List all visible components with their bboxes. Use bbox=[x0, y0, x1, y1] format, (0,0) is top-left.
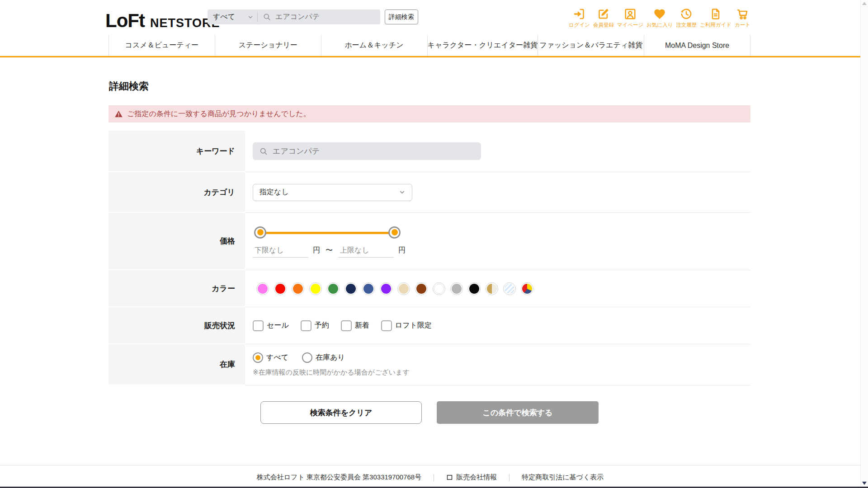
checkbox-sale[interactable]: セール bbox=[253, 320, 289, 331]
header-link-register[interactable]: 会員登録 bbox=[593, 8, 614, 28]
checkbox-box[interactable] bbox=[341, 320, 352, 331]
footer-divider bbox=[509, 474, 509, 481]
login-icon bbox=[573, 8, 586, 20]
color-swatch-brown[interactable] bbox=[415, 282, 428, 295]
header-link-mypage[interactable]: マイページ bbox=[617, 8, 644, 28]
checkbox-reservation[interactable]: 予約 bbox=[301, 320, 329, 331]
color-swatch-gray[interactable] bbox=[450, 282, 463, 295]
header-link-favorites[interactable]: お気に入り bbox=[646, 8, 673, 28]
price-range-slider bbox=[260, 226, 395, 239]
loft-netstore-advanced-search-page: LoFt NETSTORE すべて 詳細検索 ログイン 会員登録 マイページ お… bbox=[0, 0, 868, 488]
price-slider-min-handle[interactable] bbox=[254, 226, 266, 239]
radio-all[interactable]: すべて bbox=[253, 352, 288, 363]
header-accent-line bbox=[0, 56, 860, 57]
checkbox-label: 新着 bbox=[355, 321, 369, 330]
sales-status-label: 販売状況 bbox=[108, 307, 245, 344]
search-category-value: すべて bbox=[213, 12, 235, 22]
advanced-search-form: キーワード カテゴリ 指定なし 価格 bbox=[108, 131, 750, 385]
checkbox-new-arrival[interactable]: 新着 bbox=[341, 320, 369, 331]
checkbox-box[interactable] bbox=[301, 320, 311, 331]
mypage-icon bbox=[624, 8, 637, 20]
checkbox-label: 予約 bbox=[315, 321, 329, 330]
clear-conditions-button[interactable]: 検索条件をクリア bbox=[260, 401, 422, 424]
nav-item-home-kitchen[interactable]: ホーム＆キッチン bbox=[321, 35, 427, 56]
header-link-cart[interactable]: カート bbox=[735, 8, 750, 28]
checkbox-loft-exclusive[interactable]: ロフト限定 bbox=[381, 320, 432, 331]
footer-link-seller-info[interactable]: 販売会社情報 bbox=[446, 473, 497, 482]
price-slider-max-handle[interactable] bbox=[388, 226, 401, 239]
nav-item-character-goods[interactable]: キャラクター・クリエイター雑貨 bbox=[427, 35, 538, 56]
header-link-login[interactable]: ログイン bbox=[569, 8, 590, 28]
advanced-search-button[interactable]: 詳細検索 bbox=[385, 9, 418, 24]
color-swatch-beige[interactable] bbox=[397, 282, 410, 295]
header-link-guide[interactable]: ご利用ガイド bbox=[700, 8, 731, 28]
header-search-bar: すべて bbox=[208, 9, 380, 24]
header-link-order-history[interactable]: 注文履歴 bbox=[676, 8, 697, 28]
color-swatch-gold-silver[interactable] bbox=[486, 282, 498, 295]
header-link-label: 注文履歴 bbox=[676, 22, 697, 28]
category-row: カテゴリ 指定なし bbox=[108, 172, 750, 213]
price-row: 価格 円 〜 円 bbox=[108, 213, 750, 270]
checkbox-box[interactable] bbox=[381, 320, 392, 331]
color-swatch-yellow[interactable] bbox=[309, 282, 322, 295]
search-with-conditions-button[interactable]: この条件で検索する bbox=[437, 401, 599, 424]
scrollbar-down-arrow-icon[interactable] bbox=[862, 482, 867, 485]
category-select[interactable]: 指定なし bbox=[253, 184, 412, 201]
color-swatch-green[interactable] bbox=[327, 282, 340, 295]
color-swatch-multicolor[interactable] bbox=[521, 282, 533, 295]
price-min-input[interactable] bbox=[253, 245, 308, 258]
footer-link-label: 販売会社情報 bbox=[456, 473, 497, 482]
keyword-label: キーワード bbox=[108, 131, 245, 172]
no-results-error-banner: ご指定の条件に一致する商品が見つかりませんでした。 bbox=[108, 105, 750, 122]
footer-company-text: 株式会社ロフト 東京都公安委員会 第303319700768号 bbox=[257, 473, 422, 482]
header-search-input[interactable] bbox=[275, 13, 379, 21]
price-min-unit: 円 bbox=[313, 246, 320, 255]
radio-button[interactable] bbox=[302, 352, 312, 363]
header-quick-links: ログイン 会員登録 マイページ お気に入り 注文履歴 ご利用ガイド カート bbox=[569, 8, 750, 28]
color-swatch-blue[interactable] bbox=[362, 282, 375, 295]
color-swatch-pink[interactable] bbox=[256, 282, 269, 295]
radio-button-selected[interactable] bbox=[253, 352, 263, 363]
logo-loft-text: LoFt bbox=[105, 10, 145, 32]
nav-item-stationery[interactable]: ステーショナリー bbox=[215, 35, 321, 56]
nav-item-fashion-variety[interactable]: ファッション＆バラエティ雑貨 bbox=[538, 35, 644, 56]
price-max-input[interactable] bbox=[338, 245, 394, 258]
footer-divider bbox=[434, 474, 434, 481]
header-link-label: お気に入り bbox=[646, 22, 673, 28]
price-label: 価格 bbox=[108, 213, 245, 270]
color-label: カラー bbox=[108, 270, 245, 307]
search-icon bbox=[259, 147, 268, 156]
page-title: 詳細検索 bbox=[109, 80, 149, 93]
search-icon bbox=[263, 13, 271, 21]
price-slider-track bbox=[260, 232, 395, 234]
footer-link-commercial-law[interactable]: 特定商取引法に基づく表示 bbox=[522, 473, 604, 482]
vertical-scrollbar[interactable] bbox=[860, 0, 868, 488]
color-swatch-purple[interactable] bbox=[380, 282, 392, 295]
color-swatch-black[interactable] bbox=[468, 282, 481, 295]
radio-in-stock[interactable]: 在庫あり bbox=[302, 352, 345, 363]
color-swatch-clear[interactable] bbox=[503, 282, 516, 295]
scrollbar-up-arrow-icon[interactable] bbox=[862, 2, 867, 5]
color-swatch-red[interactable] bbox=[274, 282, 287, 295]
color-swatch-white[interactable] bbox=[433, 282, 445, 295]
header-link-label: ご利用ガイド bbox=[700, 22, 731, 28]
category-navigation: コスメ＆ビューティー ステーショナリー ホーム＆キッチン キャラクター・クリエイ… bbox=[108, 35, 750, 56]
color-swatches bbox=[256, 282, 750, 295]
color-swatch-orange[interactable] bbox=[292, 282, 304, 295]
radio-label: 在庫あり bbox=[316, 353, 345, 362]
checkbox-label: ロフト限定 bbox=[395, 321, 432, 330]
register-icon bbox=[597, 8, 610, 20]
price-max-unit: 円 bbox=[398, 246, 406, 255]
keyword-input[interactable] bbox=[273, 147, 462, 156]
search-category-select[interactable]: すべて bbox=[208, 9, 257, 24]
guide-document-icon bbox=[709, 8, 722, 20]
header-link-label: 会員登録 bbox=[593, 22, 614, 28]
color-swatch-navy[interactable] bbox=[344, 282, 357, 295]
sales-status-row: 販売状況 セール 予約 新着 bbox=[108, 307, 750, 344]
nav-item-cosmetics[interactable]: コスメ＆ビューティー bbox=[108, 35, 215, 56]
stock-options: すべて 在庫あり bbox=[253, 352, 750, 363]
loft-netstore-logo[interactable]: LoFt NETSTORE bbox=[105, 10, 220, 32]
nav-item-moma[interactable]: MoMA Design Store bbox=[644, 35, 750, 56]
footer: 株式会社ロフト 東京都公安委員会 第303319700768号 販売会社情報 特… bbox=[0, 465, 860, 482]
checkbox-box[interactable] bbox=[253, 320, 264, 331]
